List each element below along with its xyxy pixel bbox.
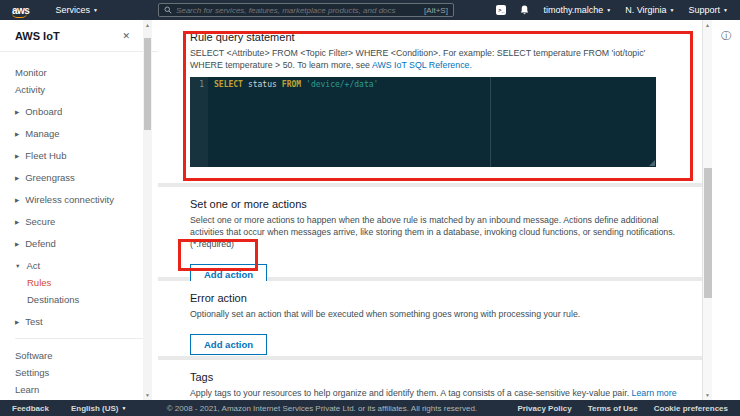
cookie-preferences-link[interactable]: Cookie preferences [654,404,728,413]
actions-section: Set one or more actions Select one or mo… [158,187,702,277]
sidebar-item-secure[interactable]: ▶ Secure [0,213,158,230]
aws-console-window: aws Services ▼ [Alt+S] >_ timot [0,0,740,416]
feedback-link[interactable]: Feedback [12,404,49,413]
sql-keyword-from: FROM [282,80,301,89]
search-input[interactable] [176,6,420,15]
support-menu[interactable]: Support ▼ [689,5,728,15]
chevron-down-icon: ▼ [93,8,98,13]
main-content: Rule query statement SELECT <Attribute> … [158,20,702,400]
sidebar-item-act[interactable]: ▼ Act [0,257,158,274]
account-menu[interactable]: timothy.malche ▼ [543,5,611,15]
actions-title: Set one or more actions [158,187,702,210]
notifications-bell-icon[interactable] [520,5,529,15]
scroll-up-icon[interactable]: ▲ [703,22,712,28]
error-action-description: Optionally set an action that will be ex… [158,304,702,321]
sidebar-item-wireless-connectivity[interactable]: ▶ Wireless connectivity [0,191,158,208]
services-label: Services [55,5,90,15]
scroll-down-icon[interactable]: ▼ [703,392,712,398]
divider [15,338,143,339]
chevron-down-icon: ▼ [723,8,728,13]
editor-resize-handle[interactable] [649,160,655,166]
main-scrollbar-thumb[interactable] [704,168,712,298]
tags-learn-more-link[interactable]: Learn more [632,388,677,398]
sidebar: AWS IoT ✕ Monitor Activity ▶ Onboard ▶ M… [0,20,158,400]
sidebar-scrollbar[interactable]: ▲ ▼ [143,20,152,400]
chevron-right-icon: ▶ [15,197,19,203]
sidebar-item-settings[interactable]: Settings [0,364,158,381]
chevron-right-icon: ▶ [15,175,19,181]
sidebar-item-rules[interactable]: Rules [0,274,158,291]
privacy-policy-link[interactable]: Privacy Policy [517,404,571,413]
rule-query-section: Rule query statement SELECT <Attribute> … [158,20,702,183]
sidebar-item-learn[interactable]: Learn [0,381,158,398]
footer-bar: Feedback English (US) ▼ © 2008 - 2021, A… [0,400,740,416]
sql-keyword-select: SELECT [214,80,243,89]
line-number: 1 [190,80,204,89]
error-action-section: Error action Optionally set an action th… [158,281,702,356]
chevron-down-icon: ▼ [670,8,675,13]
sql-field: status [248,80,277,89]
account-label: timothy.malche [543,5,603,15]
main-scrollbar[interactable]: ▲ ▼ [702,20,712,400]
sidebar-item-software[interactable]: Software [0,347,158,364]
actions-description: Select one or more actions to happen whe… [158,210,702,251]
editor-gutter: 1 [190,77,208,167]
sidebar-item-destinations[interactable]: Destinations [0,291,158,308]
tags-title: Tags [158,360,702,383]
chevron-right-icon: ▶ [15,153,19,159]
chevron-right-icon: ▶ [15,319,19,325]
topbar-utilities: >_ timothy.malche ▼ N. Virginia ▼ Suppor… [496,5,728,15]
support-label: Support [689,5,721,15]
sidebar-item-monitor[interactable]: Monitor [0,64,158,81]
scroll-down-icon[interactable]: ▼ [143,392,152,398]
error-add-action-button[interactable]: Add action [190,334,267,355]
rule-query-title: Rule query statement [158,20,702,43]
chevron-right-icon: ▶ [15,131,19,137]
help-panel-rail: ⓘ [712,20,740,400]
sidebar-header: AWS IoT ✕ [0,20,158,51]
terms-of-use-link[interactable]: Terms of Use [588,404,638,413]
chevron-down-icon: ▼ [606,8,611,13]
footer-links: Privacy Policy Terms of Use Cookie prefe… [517,404,728,413]
sidebar-item-activity[interactable]: Activity [0,81,158,98]
tags-section: Tags Apply tags to your resources to hel… [158,360,702,400]
copyright-text: © 2008 - 2021, Amazon Internet Services … [126,404,517,413]
aws-logo[interactable]: aws [12,5,29,16]
sidebar-item-greengrass[interactable]: ▶ Greengrass [0,169,158,186]
chevron-down-icon: ▼ [15,263,20,269]
error-action-title: Error action [158,281,702,304]
search-shortcut-hint: [Alt+S] [424,6,448,15]
editor-code-area[interactable]: SELECTstatusFROM'device/+/data' [208,77,656,167]
cloudshell-icon[interactable]: >_ [496,5,506,15]
services-menu[interactable]: Services ▼ [55,5,97,15]
sidebar-title: AWS IoT [15,30,60,42]
sidebar-item-fleet-hub[interactable]: ▶ Fleet Hub [0,147,158,164]
sidebar-item-defend[interactable]: ▶ Defend [0,235,158,252]
region-label: N. Virginia [625,5,666,15]
global-search[interactable]: [Alt+S] [158,3,454,17]
sidebar-item-manage[interactable]: ▶ Manage [0,125,158,142]
sidebar-scrollbar-thumb[interactable] [144,38,151,130]
editor-ruler-line [490,77,491,167]
sidebar-item-test[interactable]: ▶ Test [0,313,158,330]
divider [0,51,158,52]
sql-reference-link[interactable]: AWS IoT SQL Reference. [372,60,472,70]
top-navigation-bar: aws Services ▼ [Alt+S] >_ timot [0,0,740,20]
scroll-up-icon[interactable]: ▲ [143,22,152,28]
rule-query-description: SELECT <Attribute> FROM <Topic Filter> W… [158,43,702,72]
sql-statement: SELECTstatusFROM'device/+/data' [214,80,656,89]
sql-topic-filter: 'device/+/data' [306,80,378,89]
aws-logo-smile-icon [12,13,27,18]
sql-code-editor[interactable]: 1 SELECTstatusFROM'device/+/data' [190,77,656,167]
chevron-right-icon: ▶ [15,219,19,225]
region-menu[interactable]: N. Virginia ▼ [625,5,674,15]
close-icon[interactable]: ✕ [122,31,130,41]
info-icon[interactable]: ⓘ [720,29,732,43]
sidebar-item-onboard[interactable]: ▶ Onboard [0,103,158,120]
search-icon [164,6,172,14]
language-selector[interactable]: English (US) ▼ [71,404,127,413]
chevron-right-icon: ▶ [15,109,19,115]
chevron-right-icon: ▶ [15,241,19,247]
